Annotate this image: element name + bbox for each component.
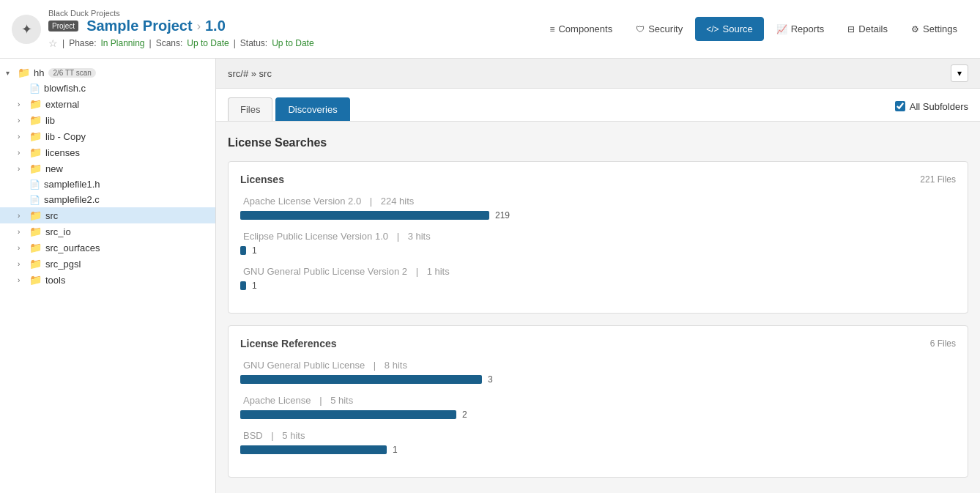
- nav-security[interactable]: 🛡 Security: [625, 17, 694, 41]
- license-searches-block: Licenses 221 Files Apache License Versio…: [228, 161, 968, 314]
- nav-details[interactable]: ⊟ Details: [836, 17, 899, 41]
- components-icon: ≡: [549, 24, 554, 34]
- separator2: |: [149, 38, 152, 48]
- details-icon: ⊟: [847, 24, 855, 34]
- sidebar-item-samplefile2[interactable]: 📄 samplefile2.c: [0, 192, 215, 207]
- item-label: tools: [45, 275, 65, 286]
- all-subfolders-label: All Subfolders: [910, 101, 968, 112]
- item-label: new: [45, 163, 63, 174]
- all-subfolders-checkbox[interactable]: [895, 101, 905, 111]
- sidebar-item-tools[interactable]: › 📁 tools: [0, 272, 215, 288]
- file-icon: 📄: [29, 179, 40, 190]
- status-value: Up to Date: [272, 38, 313, 48]
- item-badge: 2/6 TT scan: [48, 68, 95, 78]
- license-title[interactable]: BSD | 5 hits: [240, 430, 956, 441]
- file-icon: 📄: [29, 84, 40, 94]
- hits-count: 1 hits: [427, 266, 450, 277]
- bar-fill: [240, 281, 246, 290]
- hits-count: 5 hits: [282, 430, 305, 441]
- bar-row: 219: [240, 210, 956, 220]
- bar-fill: [240, 375, 482, 384]
- sidebar-item-lib-copy[interactable]: › 📁 lib - Copy: [0, 128, 215, 144]
- hits-count: 3 hits: [408, 231, 431, 242]
- sidebar-item-blowfish[interactable]: 📄 blowfish.c: [0, 81, 215, 96]
- folder-icon: 📁: [29, 210, 42, 221]
- reports-icon: 📈: [776, 24, 787, 34]
- nav-settings[interactable]: ⚙ Settings: [900, 17, 968, 41]
- tab-discoveries[interactable]: Discoveries: [275, 97, 349, 121]
- sidebar: ▾ 📁 hh 2/6 TT scan 📄 blowfish.c › 📁 exte…: [0, 59, 216, 493]
- license-title[interactable]: GNU General Public License Version 2 | 1…: [240, 266, 956, 277]
- logo-icon: ✦: [21, 21, 32, 37]
- tabs-bar: Files Discoveries All Subfolders: [216, 89, 980, 122]
- breadcrumb-dropdown[interactable]: ▾: [951, 64, 968, 82]
- license-title[interactable]: Eclipse Public License Version 1.0 | 3 h…: [240, 231, 956, 242]
- expand-icon: ›: [18, 149, 29, 157]
- item-label: src_io: [45, 226, 71, 237]
- expand-icon: ›: [18, 116, 29, 125]
- bar-fill: [240, 445, 387, 454]
- item-label: samplefile2.c: [44, 194, 100, 205]
- sidebar-item-lib[interactable]: › 📁 lib: [0, 112, 215, 128]
- license-name-text: GNU General Public License Version 2: [243, 266, 407, 277]
- star-icon[interactable]: ☆: [48, 37, 58, 49]
- nav-source[interactable]: </> Source: [695, 17, 764, 41]
- logo: ✦: [12, 15, 41, 44]
- company-name: Black Duck Projects: [48, 9, 314, 18]
- source-icon: </>: [706, 24, 719, 34]
- separator: |: [271, 430, 276, 441]
- folder-icon: 📁: [29, 114, 42, 126]
- hits-count: 8 hits: [385, 360, 407, 371]
- sidebar-item-samplefile1[interactable]: 📄 samplefile1.h: [0, 177, 215, 192]
- licenses-file-count: 221 Files: [920, 174, 956, 185]
- phase-value: In Planning: [100, 38, 144, 48]
- separator: |: [370, 196, 375, 207]
- sidebar-item-new[interactable]: › 📁 new: [0, 160, 215, 177]
- scans-label: Scans:: [156, 38, 183, 48]
- license-row-bsd: BSD | 5 hits 1: [240, 430, 956, 455]
- license-title[interactable]: GNU General Public License | 8 hits: [240, 360, 956, 371]
- item-label: src_ourfaces: [45, 242, 100, 253]
- sidebar-item-src-io[interactable]: › 📁 src_io: [0, 223, 215, 240]
- item-label: blowfish.c: [44, 83, 86, 94]
- sidebar-item-hh[interactable]: ▾ 📁 hh 2/6 TT scan: [0, 64, 215, 81]
- item-label: hh: [34, 67, 44, 78]
- header-meta: ☆ | Phase: In Planning | Scans: Up to Da…: [48, 37, 314, 49]
- bar-container: [240, 246, 246, 255]
- bar-value: 1: [393, 445, 398, 455]
- project-title: Sample Project: [86, 18, 193, 34]
- folder-icon: 📁: [29, 274, 42, 286]
- sidebar-item-src-ourfaces[interactable]: › 📁 src_ourfaces: [0, 240, 215, 256]
- separator: |: [374, 360, 379, 371]
- folder-icon: 📁: [29, 98, 42, 110]
- item-label: samplefile1.h: [44, 179, 100, 190]
- nav-components[interactable]: ≡ Components: [538, 17, 623, 41]
- discoveries-content: License Searches Licenses 221 Files Apac…: [216, 122, 980, 493]
- breadcrumb-bar: src/# » src ▾: [216, 59, 980, 89]
- expand-icon: ›: [18, 212, 29, 220]
- security-icon: 🛡: [636, 24, 645, 34]
- bar-fill: [240, 246, 246, 255]
- hits-count: 5 hits: [330, 395, 353, 406]
- nav-reports[interactable]: 📈 Reports: [765, 17, 836, 41]
- sidebar-item-src[interactable]: › 📁 src: [0, 207, 215, 223]
- bar-value: 1: [252, 281, 257, 291]
- license-title[interactable]: Apache License Version 2.0 | 224 hits: [240, 196, 956, 207]
- bar-fill: [240, 410, 456, 419]
- license-references-block: License References 6 Files GNU General P…: [228, 325, 968, 478]
- project-badge: Project: [48, 21, 78, 31]
- license-title[interactable]: Apache License | 5 hits: [240, 395, 956, 406]
- folder-icon: 📁: [18, 67, 30, 78]
- license-row-apache: Apache License Version 2.0 | 224 hits 21…: [240, 196, 956, 220]
- sidebar-item-external[interactable]: › 📁 external: [0, 96, 215, 112]
- header: ✦ Black Duck Projects Project Sample Pro…: [0, 0, 980, 59]
- license-name-text: GNU General Public License: [243, 360, 365, 371]
- bar-value: 2: [462, 409, 467, 420]
- sidebar-item-src-pgsl[interactable]: › 📁 src_pgsl: [0, 256, 215, 272]
- nav-source-label: Source: [723, 23, 753, 34]
- bar-container: [240, 375, 482, 384]
- item-label: src: [45, 210, 58, 221]
- tab-files[interactable]: Files: [228, 97, 272, 121]
- license-searches-header: Licenses 221 Files: [240, 174, 956, 185]
- sidebar-item-licenses[interactable]: › 📁 licenses: [0, 144, 215, 160]
